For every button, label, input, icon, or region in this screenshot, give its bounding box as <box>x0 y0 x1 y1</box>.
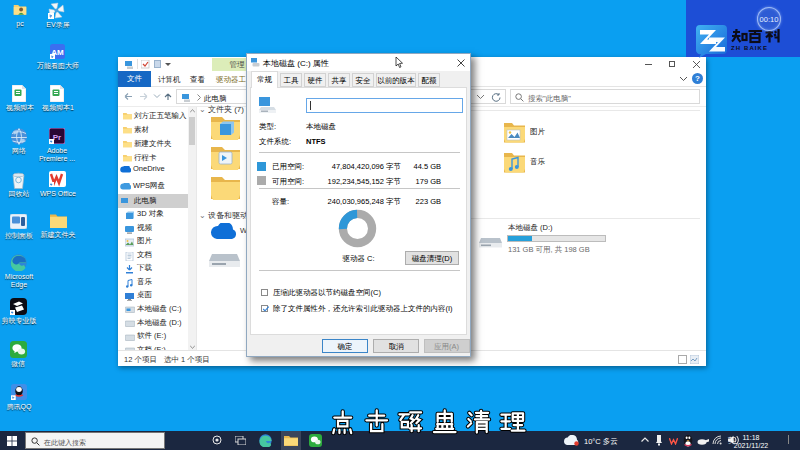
svg-text:Pr: Pr <box>53 133 61 142</box>
